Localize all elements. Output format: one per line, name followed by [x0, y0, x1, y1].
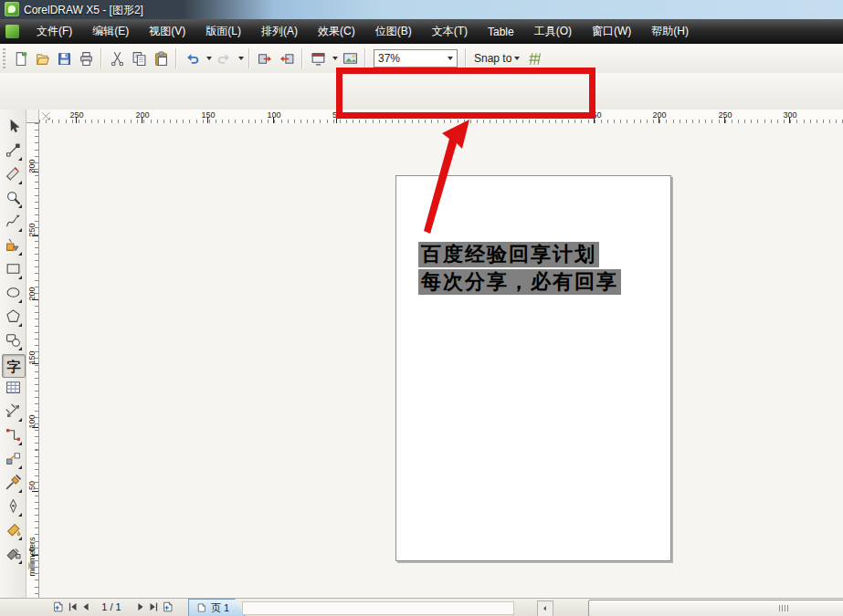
text-line[interactable]: 每次分享，必有回享	[418, 269, 621, 295]
cut-button[interactable]	[106, 47, 128, 69]
menu-item-视图V[interactable]: 视图(V)	[139, 20, 195, 43]
property-bar: x: y: ° Tr 方正大黑简体 48 pt B I U	[0, 73, 843, 110]
ruler-label: 250	[27, 220, 37, 240]
paste-button[interactable]	[150, 47, 172, 69]
scroll-left-button[interactable]	[537, 600, 553, 616]
crop-tool-icon	[5, 166, 21, 184]
chevron-down-icon[interactable]	[329, 47, 339, 69]
document-page[interactable]	[395, 175, 671, 561]
ruler-origin-icon[interactable]	[41, 111, 53, 123]
chevron-down-icon[interactable]	[235, 47, 245, 69]
ruler-label: 200	[132, 110, 153, 120]
undo-button[interactable]	[181, 47, 203, 69]
page-tab-label: 页 1	[211, 601, 229, 615]
horizontal-ruler[interactable]: 25020015010050150200250300	[39, 110, 843, 124]
table-tool-icon	[5, 380, 21, 398]
menu-item-文本T[interactable]: 文本(T)	[422, 20, 478, 43]
vertical-ruler[interactable]: millimeters 300250200150100500	[26, 123, 39, 598]
ellipse-tool[interactable]	[2, 283, 24, 305]
shape-tool[interactable]	[2, 141, 24, 162]
ruler-label: 250	[715, 110, 735, 120]
open-button[interactable]	[31, 47, 53, 69]
rectangle-tool[interactable]	[2, 259, 24, 281]
add-page-button[interactable]	[161, 600, 175, 614]
ruler-label: 250	[67, 110, 87, 120]
table-tool[interactable]	[2, 378, 24, 400]
dimension-tool[interactable]	[2, 402, 24, 423]
eyedropper-tool[interactable]	[2, 473, 24, 495]
export-button[interactable]	[276, 47, 298, 69]
ruler-label: 0	[27, 539, 37, 559]
outline-pen-tool[interactable]	[2, 496, 24, 518]
freehand-tool[interactable]	[2, 212, 24, 234]
page-tab[interactable]: 页 1	[188, 599, 245, 616]
welcome-screen-button[interactable]	[339, 47, 361, 69]
zoom-level-value: 37%	[378, 52, 445, 65]
pick-tool[interactable]	[2, 117, 24, 139]
menu-item-窗口W[interactable]: 窗口(W)	[582, 20, 641, 43]
save-button[interactable]	[53, 47, 75, 69]
window-title: CorelDRAW X5 - [图形2]	[24, 3, 143, 18]
menu-item-帮助H[interactable]: 帮助(H)	[641, 20, 699, 43]
copy-button[interactable]	[128, 47, 150, 69]
add-page-button[interactable]	[51, 600, 66, 614]
fill-tool[interactable]	[2, 520, 24, 542]
ruler-label: 200	[27, 284, 37, 304]
scrollbar-thumb[interactable]	[588, 600, 843, 616]
connector-tool[interactable]	[2, 425, 24, 447]
toolbox: 字	[0, 110, 26, 616]
selected-text-object[interactable]: 百度经验回享计划 每次分享，必有回享	[418, 242, 621, 297]
toolbar-grip[interactable]	[3, 48, 5, 68]
app-icon	[5, 2, 19, 16]
menu-item-工具O[interactable]: 工具(O)	[524, 20, 582, 43]
zoom-level-combo[interactable]: 37%	[374, 49, 458, 68]
crop-tool[interactable]	[2, 164, 24, 186]
smart-fill-tool[interactable]	[2, 235, 24, 257]
last-page-button[interactable]	[146, 600, 161, 614]
menu-item-版面L[interactable]: 版面(L)	[195, 20, 251, 43]
ruler-label: 100	[27, 412, 37, 432]
rectangle-tool-icon	[5, 261, 21, 279]
scrollbar-track[interactable]	[242, 601, 514, 615]
ruler-label: 300	[780, 110, 800, 120]
ruler-label: 150	[198, 110, 218, 120]
fill-tool-icon	[5, 522, 21, 540]
interactive-fill-tool[interactable]	[2, 544, 24, 566]
page-icon	[196, 602, 207, 613]
snap-to-dropdown[interactable]: Snap to	[470, 52, 523, 65]
chevron-down-icon	[448, 57, 453, 60]
print-button[interactable]	[75, 47, 97, 69]
drawing-canvas[interactable]: 百度经验回享计划 每次分享，必有回享	[39, 123, 843, 598]
text-line[interactable]: 百度经验回享计划	[418, 242, 599, 267]
pick-tool-icon	[5, 119, 21, 137]
ruler-label: 150	[585, 110, 605, 120]
page-indicator: 1 / 1	[91, 601, 132, 612]
tracking-options-button[interactable]	[523, 47, 545, 69]
ruler-corner[interactable]	[26, 110, 39, 123]
menu-item-排列A[interactable]: 排列(A)	[251, 20, 308, 43]
interactive-fill-tool-icon	[5, 546, 21, 564]
menu-item-Table[interactable]: Table	[478, 22, 524, 42]
menu-bar: 文件(F)编辑(E)视图(V)版面(L)排列(A)效果(C)位图(B)文本(T)…	[0, 19, 843, 44]
menu-item-效果C[interactable]: 效果(C)	[308, 20, 365, 43]
ruler-label: 50	[327, 110, 347, 120]
menu-item-编辑E[interactable]: 编辑(E)	[82, 20, 139, 43]
text-tool[interactable]: 字	[2, 354, 26, 378]
blend-tool-icon	[5, 451, 21, 469]
import-button[interactable]	[254, 47, 276, 69]
blend-tool[interactable]	[2, 449, 24, 471]
menu-item-位图B[interactable]: 位图(B)	[365, 20, 422, 43]
polygon-tool[interactable]	[2, 307, 24, 329]
basic-shapes-tool[interactable]	[2, 330, 24, 352]
menu-item-文件F[interactable]: 文件(F)	[26, 20, 82, 43]
shape-tool-icon	[5, 142, 21, 161]
app-launcher-button[interactable]	[307, 47, 329, 69]
chevron-down-icon[interactable]	[203, 47, 213, 69]
ruler-label: 150	[27, 348, 37, 368]
new-document-button[interactable]	[9, 47, 31, 69]
zoom-tool[interactable]	[2, 188, 24, 210]
text-tool-icon: 字	[7, 360, 21, 373]
thumb-grip-icon	[779, 605, 788, 611]
redo-button[interactable]	[213, 47, 235, 69]
ruler-label: 200	[649, 110, 669, 120]
